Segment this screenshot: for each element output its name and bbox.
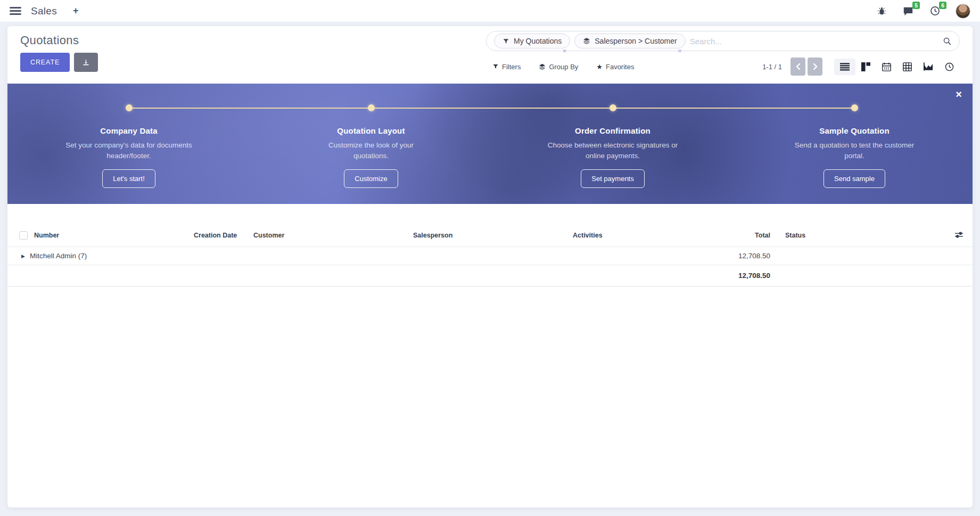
pager-next-button[interactable] bbox=[808, 58, 822, 76]
debug-bug-icon[interactable] bbox=[876, 5, 887, 17]
group-total: 12,708.50 bbox=[685, 247, 773, 265]
customize-button[interactable]: Customize bbox=[344, 169, 398, 188]
favorites-label: Favorites bbox=[606, 63, 634, 71]
onboarding-step-company-data: Company Data Set your company's data for… bbox=[41, 126, 217, 188]
expand-caret-icon[interactable]: ▶ bbox=[21, 253, 25, 259]
search-facet-my-quotations[interactable]: My Quotations × bbox=[494, 34, 570, 48]
messages-icon[interactable]: 5 bbox=[902, 5, 914, 17]
kanban-view-button[interactable] bbox=[855, 58, 876, 76]
layers-icon bbox=[539, 63, 546, 70]
pager: 1-1 / 1 bbox=[762, 58, 822, 76]
create-button[interactable]: CREATE bbox=[20, 53, 70, 72]
facet-label: Salesperson > Customer bbox=[595, 37, 677, 45]
page-title: Quotations bbox=[20, 34, 79, 47]
filter-icon bbox=[503, 38, 509, 45]
timeline-dot bbox=[851, 104, 858, 111]
favorites-menu[interactable]: ★ Favorites bbox=[596, 63, 634, 71]
onboarding-timeline bbox=[129, 108, 854, 109]
graph-view-button[interactable] bbox=[918, 58, 939, 75]
export-button[interactable] bbox=[74, 53, 98, 72]
pivot-view-button[interactable] bbox=[897, 58, 918, 76]
column-header-salesperson[interactable]: Salesperson bbox=[410, 224, 570, 247]
layers-icon bbox=[583, 37, 590, 45]
group-row-mitchell-admin[interactable]: ▶Mitchell Admin (7) 12,708.50 bbox=[7, 247, 973, 265]
search-bar[interactable]: My Quotations × Salesperson > Customer × bbox=[486, 31, 960, 51]
star-icon: ★ bbox=[596, 63, 603, 71]
quotations-table: Number Creation Date Customer Salesperso… bbox=[7, 224, 973, 286]
column-header-creation-date[interactable]: Creation Date bbox=[191, 224, 250, 247]
timeline-dot bbox=[368, 104, 375, 111]
timeline-dot bbox=[126, 104, 133, 111]
group-by-label: Group By bbox=[549, 63, 578, 71]
top-navbar: Sales + 5 6 bbox=[0, 0, 980, 22]
lets-start-button[interactable]: Let's start! bbox=[102, 169, 155, 188]
facet-remove-icon[interactable]: × bbox=[678, 47, 682, 55]
apps-menu-icon[interactable] bbox=[10, 5, 21, 17]
send-sample-button[interactable]: Send sample bbox=[823, 169, 885, 188]
optional-columns-button[interactable] bbox=[945, 224, 973, 247]
activities-clock-icon[interactable]: 6 bbox=[929, 5, 941, 17]
table-footer-row: 12,708.50 bbox=[7, 265, 973, 286]
column-header-total[interactable]: Total bbox=[685, 224, 773, 247]
onboarding-step-sample-quotation: Sample Quotation Send a quotation to tes… bbox=[767, 126, 942, 188]
step-description: Customize the look of your quotations. bbox=[312, 140, 430, 161]
table-header-row: Number Creation Date Customer Salesperso… bbox=[7, 224, 973, 247]
footer-total: 12,708.50 bbox=[685, 265, 773, 286]
app-name[interactable]: Sales bbox=[31, 5, 57, 17]
step-title: Quotation Layout bbox=[283, 126, 459, 135]
download-icon bbox=[82, 59, 90, 67]
onboarding-step-order-confirmation: Order Confirmation Choose between electr… bbox=[525, 126, 701, 188]
step-title: Sample Quotation bbox=[767, 126, 942, 135]
list-view-button[interactable] bbox=[834, 59, 855, 75]
banner-close-icon[interactable]: × bbox=[956, 89, 962, 100]
messages-badge: 5 bbox=[912, 2, 920, 10]
pager-range: 1-1 / 1 bbox=[762, 63, 782, 71]
column-header-activities[interactable]: Activities bbox=[570, 224, 685, 247]
main-content-card: Quotations CREATE My Quotations × bbox=[7, 26, 973, 507]
onboarding-banner: × Company Data Set your company's data f… bbox=[7, 84, 973, 204]
select-all-checkbox[interactable] bbox=[19, 231, 28, 240]
search-input[interactable] bbox=[690, 37, 938, 46]
step-description: Choose between electronic signatures or … bbox=[538, 140, 687, 161]
user-avatar[interactable] bbox=[956, 4, 970, 19]
set-payments-button[interactable]: Set payments bbox=[581, 169, 645, 188]
search-options-row: Filters Group By ★ Favorites 1-1 / 1 bbox=[486, 56, 960, 77]
facet-label: My Quotations bbox=[514, 37, 562, 45]
view-switcher bbox=[834, 58, 960, 76]
step-description: Set your company's data for documents he… bbox=[62, 140, 195, 161]
filter-icon bbox=[492, 63, 499, 70]
sliders-icon bbox=[955, 232, 963, 238]
pager-previous-button[interactable] bbox=[790, 58, 805, 76]
activity-view-button[interactable] bbox=[939, 58, 960, 76]
step-title: Company Data bbox=[41, 126, 217, 135]
column-header-number[interactable]: Number bbox=[31, 224, 191, 247]
search-icon[interactable] bbox=[943, 37, 952, 46]
facet-remove-icon[interactable]: × bbox=[563, 47, 567, 55]
group-by-menu[interactable]: Group By bbox=[539, 63, 578, 71]
filters-menu[interactable]: Filters bbox=[492, 63, 521, 71]
onboarding-step-quotation-layout: Quotation Layout Customize the look of y… bbox=[283, 126, 459, 188]
calendar-view-button[interactable] bbox=[876, 58, 897, 76]
filters-label: Filters bbox=[502, 63, 521, 71]
step-title: Order Confirmation bbox=[525, 126, 701, 135]
column-header-customer[interactable]: Customer bbox=[250, 224, 410, 247]
step-description: Send a quotation to test the customer po… bbox=[788, 140, 921, 161]
plus-icon[interactable]: + bbox=[73, 5, 79, 17]
column-header-status[interactable]: Status bbox=[773, 224, 945, 247]
control-panel: Quotations CREATE My Quotations × bbox=[7, 26, 973, 84]
timeline-dot bbox=[610, 104, 616, 111]
activities-badge: 6 bbox=[939, 2, 946, 10]
group-label: Mitchell Admin (7) bbox=[30, 252, 87, 260]
search-facet-groupby[interactable]: Salesperson > Customer × bbox=[574, 34, 685, 48]
